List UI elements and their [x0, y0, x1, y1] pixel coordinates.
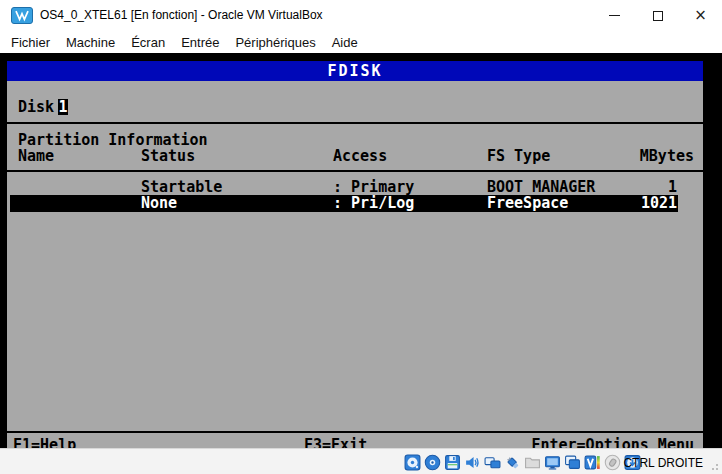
cell-status: None	[141, 195, 177, 211]
maximize-icon	[653, 11, 663, 21]
col-header-name: Name	[18, 148, 54, 164]
menu-fichier[interactable]: Fichier	[3, 35, 58, 50]
menu-entree[interactable]: Entrée	[173, 35, 227, 50]
section-title: Partition Information	[18, 132, 208, 148]
cell-access: : Pri/Log	[333, 195, 414, 211]
menu-machine[interactable]: Machine	[58, 35, 123, 50]
device-icons	[403, 453, 641, 471]
floppy-icon[interactable]	[443, 453, 461, 471]
network-icon[interactable]	[483, 453, 501, 471]
optical-disc-icon[interactable]	[423, 453, 441, 471]
mouse-integration-icon[interactable]	[603, 453, 621, 471]
host-key-label: CTRL DROITE	[623, 456, 703, 470]
col-header-status: Status	[141, 148, 195, 164]
col-header-fs-type: FS Type	[487, 148, 550, 164]
close-button[interactable]: ×	[679, 0, 722, 31]
vm-features-icon[interactable]	[583, 453, 601, 471]
minimize-icon	[609, 15, 620, 16]
cell-status: Startable	[141, 179, 222, 195]
audio-icon[interactable]	[463, 453, 481, 471]
divider	[7, 170, 703, 172]
fdisk-title: FDISK	[7, 61, 703, 81]
titlebar[interactable]: OS4_0_XTEL61 [En fonction] - Oracle VM V…	[0, 0, 722, 31]
col-header-access: Access	[333, 148, 387, 164]
recording-icon[interactable]	[563, 453, 581, 471]
menu-ecran[interactable]: Écran	[123, 35, 173, 50]
close-icon: ×	[694, 8, 707, 23]
window-title: OS4_0_XTEL61 [En fonction] - Oracle VM V…	[40, 8, 323, 22]
statusbar: CTRL DROITE	[0, 448, 722, 474]
table-header: Name Status Access FS Type MBytes	[7, 148, 703, 165]
vm-display[interactable]: FDISK Disk1 Partition Information Name S…	[0, 53, 722, 448]
table-row-selected: None : Pri/Log FreeSpace 1021	[7, 195, 703, 212]
menubar: Fichier Machine Écran Entrée Périphériqu…	[0, 31, 722, 53]
display-icon[interactable]	[543, 453, 561, 471]
cell-mbytes: 1	[668, 179, 677, 195]
cell-access: : Primary	[333, 179, 414, 195]
fdisk-screen: FDISK Disk1 Partition Information Name S…	[7, 61, 703, 448]
window-controls: ×	[593, 0, 722, 31]
divider	[7, 122, 703, 124]
virtualbox-window: OS4_0_XTEL61 [En fonction] - Oracle VM V…	[0, 0, 722, 474]
cell-mbytes: 1021	[641, 195, 677, 211]
resize-grip[interactable]	[710, 462, 718, 470]
hard-disk-icon[interactable]	[403, 453, 421, 471]
minimize-button[interactable]	[593, 0, 636, 31]
virtualbox-logo-icon	[11, 7, 33, 24]
shared-folders-icon[interactable]	[523, 453, 541, 471]
menu-peripheriques[interactable]: Périphériques	[227, 35, 323, 50]
col-header-mbytes: MBytes	[640, 148, 694, 164]
cell-fs-type: FreeSpace	[487, 195, 568, 211]
menu-aide[interactable]: Aide	[324, 35, 366, 50]
usb-icon[interactable]	[503, 453, 521, 471]
disk-selector: Disk1	[18, 99, 68, 115]
disk-label: Disk	[18, 98, 54, 116]
cell-fs-type: BOOT MANAGER	[487, 179, 595, 195]
divider	[7, 431, 703, 433]
disk-number-cursor: 1	[58, 99, 68, 115]
maximize-button[interactable]	[636, 0, 679, 31]
